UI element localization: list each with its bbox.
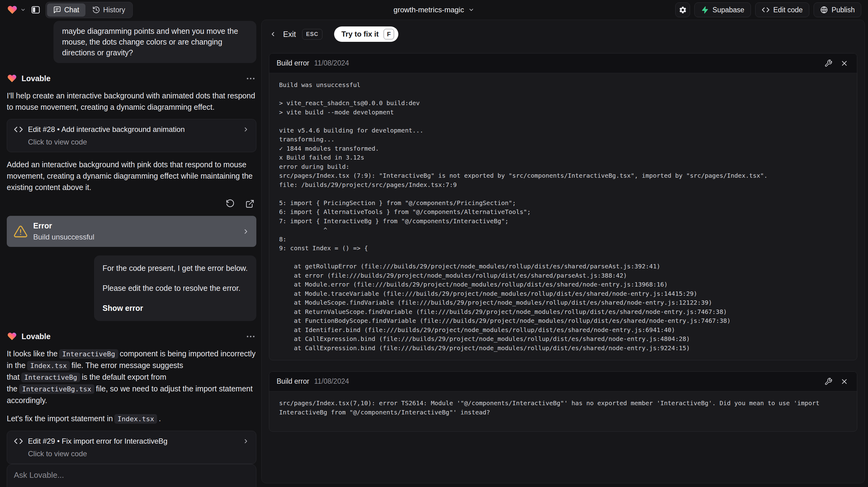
tab-history-label: History [103,6,125,14]
close-panel-button[interactable] [839,58,849,68]
supabase-bolt-icon [701,6,709,14]
rotate-ccw-icon [226,199,235,209]
chevron-down-icon [20,7,26,12]
sidebar-toggle-button[interactable] [31,5,40,15]
error-overlay-panel: Exit ESC Try to fix it F Build error 11/… [261,20,865,483]
warning-triangle-icon [13,224,28,239]
overlay-header: Exit ESC Try to fix it F [261,20,865,48]
inline-code: Index.tsx [27,361,70,370]
assistant-name: Lovable [22,74,51,83]
show-error-link[interactable]: Show error [103,303,143,313]
error-card-texts: Error Build unsuccessful [33,221,94,241]
edit-card-28-title: Edit #28 • Add interactive background an… [28,125,185,134]
edit-card-29-subtitle: Click to view code [28,450,249,458]
build-error-2-actions [823,376,849,387]
build-error-card[interactable]: Error Build unsuccessful [7,216,256,247]
supabase-button[interactable]: Supabase [694,2,751,17]
chevron-right-icon [242,228,250,235]
supabase-label: Supabase [712,6,744,14]
assistant-header-1: Lovable [7,73,256,83]
edit-card-29-title: Edit #29 • Fix import error for Interact… [28,437,167,446]
build-error-2-date: 11/08/2024 [314,377,349,386]
exit-button[interactable]: Exit [270,30,296,39]
user-message-2-line2: Please edit the code to resolve the erro… [103,283,248,294]
chevron-down-icon [468,7,474,13]
assistant-message-2: Added an interactive background with pin… [7,159,256,193]
globe-icon [820,6,828,14]
edit-card-28-row: Edit #28 • Add interactive background an… [14,125,249,134]
lovable-logo-menu[interactable] [7,5,26,15]
build-error-panel-1: Build error 11/08/2024 [269,53,857,360]
app-root: Chat History growth-metrics-magic [0,0,868,487]
exit-label: Exit [283,30,296,39]
user-message-1-text: maybe diagramming points and when you mo… [62,26,248,58]
chat-bubble-icon [53,6,61,14]
msg4-text-2: . [159,414,161,423]
user-message-2-line1: For the code present, I get the error be… [103,263,248,274]
message-options-button[interactable] [245,334,256,339]
tab-chat[interactable]: Chat [47,3,86,17]
lovable-heart-icon [7,331,17,341]
chevron-right-icon [243,126,249,133]
build-error-1-header: Build error 11/08/2024 [269,54,857,73]
edit-code-label: Edit code [773,6,803,14]
assistant-header-2: Lovable [7,331,256,341]
edit-card-28[interactable]: Edit #28 • Add interactive background an… [7,119,256,152]
error-card-subtitle: Build unsuccessful [33,233,94,241]
chat-sidebar: maybe diagramming points and when you mo… [0,20,261,487]
assistant-message-4: Let's fix the import statement inIndex.t… [7,413,256,425]
error-card-title: Error [33,221,94,230]
main-split: maybe diagramming points and when you mo… [0,20,868,487]
lovable-heart-icon [7,73,17,83]
close-icon [840,59,848,67]
fix-with-ai-button[interactable] [823,376,834,387]
code-icon [14,125,23,134]
open-preview-button[interactable] [243,197,256,210]
inline-code: InteractiveBg.tsx [19,384,94,394]
message-options-button[interactable] [245,76,256,81]
wrench-icon [824,377,832,386]
fix-with-ai-button[interactable] [823,58,834,68]
external-link-icon [245,199,254,209]
msg4-text-1: Let's fix the import statement in [7,414,113,423]
history-icon [92,6,100,14]
edit-code-button[interactable]: Edit code [755,2,809,17]
edit-card-28-subtitle: Click to view code [28,138,249,146]
message-actions [7,197,256,210]
tab-chat-label: Chat [64,6,79,14]
inline-code: InteractiveBg [59,349,118,359]
topbar-actions: Supabase Edit code Publish [675,2,861,17]
user-message-2: For the code present, I get the error be… [94,255,257,321]
chat-composer: Attach Select Default [7,464,256,487]
build-error-1-log: Build was unsuccessful > vite_react_shad… [269,73,857,360]
gear-icon [679,6,687,14]
wrench-icon [824,59,832,67]
tab-history[interactable]: History [86,3,131,17]
restore-version-button[interactable] [224,197,237,210]
chevron-right-icon [243,438,249,445]
inline-code: InteractiveBg [21,373,80,382]
publish-label: Publish [832,6,855,14]
build-error-panel-2: Build error 11/08/2024 [269,371,857,432]
panel-left-icon [31,5,40,15]
try-fix-label: Try to fix it [341,30,379,38]
view-switcher: Chat History [45,2,133,18]
publish-button[interactable]: Publish [814,2,861,17]
code-icon [14,436,23,446]
assistant-name: Lovable [22,332,51,341]
msg3-text-1: It looks like the [7,349,58,358]
settings-button[interactable] [675,2,690,17]
project-name: growth-metrics-magic [394,5,464,14]
chat-input[interactable] [14,470,249,480]
assistant-message-1: I'll help create an interactive backgrou… [7,90,256,113]
topbar-left: Chat History [7,2,133,18]
close-icon [840,377,848,386]
build-error-1-title: Build error [277,59,309,67]
esc-key-badge: ESC [302,29,322,40]
build-error-2-header: Build error 11/08/2024 [269,372,857,391]
inline-code: Index.tsx [114,414,157,424]
try-fix-button[interactable]: Try to fix it F [334,26,398,42]
project-switcher[interactable]: growth-metrics-magic [394,5,474,14]
close-panel-button[interactable] [839,376,849,387]
edit-card-29[interactable]: Edit #29 • Fix import error for Interact… [7,431,256,464]
